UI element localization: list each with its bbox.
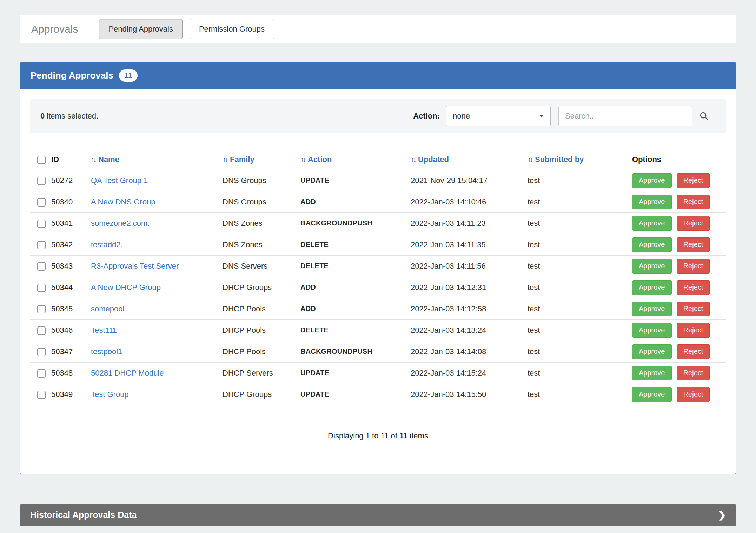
approve-button[interactable]: Approve xyxy=(632,173,672,188)
reject-button[interactable]: Reject xyxy=(677,366,710,380)
action-label: Action: xyxy=(413,112,440,121)
row-checkbox[interactable] xyxy=(37,348,46,356)
reject-button[interactable]: Reject xyxy=(677,323,710,338)
row-name-link[interactable]: Test Group xyxy=(91,390,129,399)
column-label: Submitted by xyxy=(535,155,584,164)
row-updated: 2022-Jan-03 14:12:58 xyxy=(411,298,528,319)
row-updated: 2022-Jan-03 14:10:46 xyxy=(411,191,528,212)
reject-button[interactable]: Reject xyxy=(677,387,710,402)
sort-icon: ↑↓ xyxy=(300,156,305,163)
toolbar: 0 items selected. Action: none xyxy=(30,99,726,133)
approve-button[interactable]: Approve xyxy=(632,387,672,402)
row-checkbox-cell xyxy=(30,298,51,319)
sort-icon: ↑↓ xyxy=(411,156,415,163)
sort-icon: ↑↓ xyxy=(91,156,95,163)
approve-button[interactable]: Approve xyxy=(632,323,672,338)
row-action: DELETE xyxy=(300,255,411,277)
row-checkbox[interactable] xyxy=(37,305,46,313)
table-row: 50272 QA Test Group 1 DNS Groups UPDATE … xyxy=(30,170,726,191)
row-options-cell: Approve Reject xyxy=(632,191,726,212)
selected-count: 0 xyxy=(40,112,45,120)
row-name-link[interactable]: QA Test Group 1 xyxy=(91,176,148,185)
approve-button[interactable]: Approve xyxy=(632,216,672,231)
row-action: DELETE xyxy=(300,319,411,341)
column-label: Options xyxy=(632,155,661,164)
approve-button[interactable]: Approve xyxy=(632,259,672,274)
row-updated: 2021-Nov-29 15:04:17 xyxy=(411,170,528,191)
row-checkbox[interactable] xyxy=(37,326,46,335)
table-row: 50342 testadd2. DNS Zones DELETE 2022-Ja… xyxy=(30,234,726,255)
row-checkbox-cell xyxy=(30,319,51,341)
row-updated: 2022-Jan-03 14:14:08 xyxy=(411,341,528,362)
row-checkbox-cell xyxy=(30,212,51,234)
pagination-prefix: Displaying 1 to 11 of xyxy=(328,431,399,440)
row-checkbox[interactable] xyxy=(37,391,46,399)
search-button[interactable] xyxy=(692,106,716,126)
reject-button[interactable]: Reject xyxy=(677,344,710,359)
column-header-id: ID xyxy=(51,149,91,170)
selected-info: 0 items selected. xyxy=(40,112,98,121)
reject-button[interactable]: Reject xyxy=(677,259,710,274)
row-family: DHCP Pools xyxy=(223,341,300,362)
row-id: 50345 xyxy=(51,298,91,319)
row-submitted-by: test xyxy=(528,384,632,405)
row-checkbox[interactable] xyxy=(37,177,46,185)
reject-button[interactable]: Reject xyxy=(677,173,710,188)
row-name-link[interactable]: Test111 xyxy=(91,326,117,335)
row-name-link[interactable]: A New DHCP Group xyxy=(91,283,161,292)
reject-button[interactable]: Reject xyxy=(677,237,710,252)
pending-approvals-panel: Pending Approvals 11 0 items selected. A… xyxy=(20,62,736,474)
row-name-link[interactable]: testadd2. xyxy=(91,240,123,249)
approve-button[interactable]: Approve xyxy=(632,195,672,209)
approve-button[interactable]: Approve xyxy=(632,344,672,359)
row-options-cell: Approve Reject xyxy=(632,170,726,191)
row-name-link[interactable]: 50281 DHCP Module xyxy=(91,369,164,377)
historical-approvals-bar[interactable]: Historical Approvals Data ❯ xyxy=(20,504,736,526)
action-select[interactable]: none xyxy=(446,106,551,126)
row-id: 50349 xyxy=(51,384,91,405)
row-checkbox[interactable] xyxy=(37,241,46,249)
row-name-link[interactable]: somezone2.com. xyxy=(91,219,150,228)
approve-button[interactable]: Approve xyxy=(632,302,672,316)
tab-permission-groups[interactable]: Permission Groups xyxy=(190,19,274,39)
row-submitted-by: test xyxy=(528,255,632,277)
reject-button[interactable]: Reject xyxy=(677,302,710,316)
sort-icon: ↑↓ xyxy=(528,156,532,163)
search-input[interactable] xyxy=(558,106,692,126)
row-name-link[interactable]: testpool1 xyxy=(91,347,122,356)
row-checkbox-cell xyxy=(30,255,51,277)
reject-button[interactable]: Reject xyxy=(677,280,710,295)
column-header-name[interactable]: ↑↓Name xyxy=(91,149,223,170)
column-header-updated[interactable]: ↑↓Updated xyxy=(411,149,528,170)
row-checkbox[interactable] xyxy=(37,262,46,271)
tab-pending-approvals[interactable]: Pending Approvals xyxy=(99,19,182,39)
row-checkbox[interactable] xyxy=(37,198,46,207)
row-name-link[interactable]: A New DNS Group xyxy=(91,197,155,206)
reject-button[interactable]: Reject xyxy=(677,195,710,209)
pagination-suffix: items xyxy=(407,431,428,440)
column-label: Updated xyxy=(418,155,449,164)
row-name-link[interactable]: R3-Approvals Test Server xyxy=(91,262,179,270)
reject-button[interactable]: Reject xyxy=(677,216,710,231)
column-header-family[interactable]: ↑↓Family xyxy=(223,149,300,170)
sort-icon: ↑↓ xyxy=(223,156,227,163)
column-header-submitted_by[interactable]: ↑↓Submitted by xyxy=(528,149,632,170)
row-checkbox[interactable] xyxy=(37,220,46,228)
row-checkbox[interactable] xyxy=(37,369,46,378)
column-header-action[interactable]: ↑↓Action xyxy=(300,149,411,170)
row-submitted-by: test xyxy=(528,234,632,255)
column-label: ID xyxy=(51,155,59,164)
panel-header: Pending Approvals 11 xyxy=(20,62,736,89)
select-all-checkbox[interactable] xyxy=(37,156,46,164)
row-action: ADD xyxy=(300,298,411,319)
historical-approvals-title: Historical Approvals Data xyxy=(30,510,137,520)
row-id: 50344 xyxy=(51,277,91,298)
row-name-link[interactable]: somepool xyxy=(91,304,124,313)
approve-button[interactable]: Approve xyxy=(632,237,672,252)
table-row: 50340 A New DNS Group DNS Groups ADD 202… xyxy=(30,191,726,212)
approve-button[interactable]: Approve xyxy=(632,280,672,295)
approve-button[interactable]: Approve xyxy=(632,366,672,380)
row-id: 50272 xyxy=(51,170,91,191)
row-checkbox[interactable] xyxy=(37,284,46,292)
row-id: 50340 xyxy=(51,191,91,212)
